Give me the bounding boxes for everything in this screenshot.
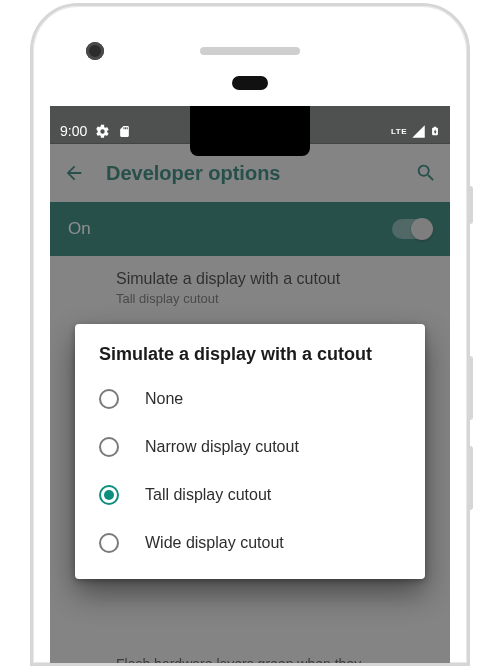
radio-icon bbox=[99, 533, 119, 553]
dialog-title: Simulate a display with a cutout bbox=[83, 344, 417, 375]
dialog-option-none[interactable]: None bbox=[83, 375, 417, 423]
lte-label: LTE bbox=[391, 127, 407, 136]
battery-icon bbox=[430, 123, 440, 139]
option-label: Narrow display cutout bbox=[145, 438, 299, 456]
status-clock: 9:00 bbox=[60, 123, 87, 139]
sd-card-icon bbox=[118, 124, 131, 139]
front-camera bbox=[86, 42, 104, 60]
simulate-cutout-dialog: Simulate a display with a cutout None Na… bbox=[75, 324, 425, 579]
phone-side-button bbox=[467, 186, 473, 224]
phone-frame: 9:00 LTE bbox=[30, 3, 470, 666]
radio-icon bbox=[99, 437, 119, 457]
phone-side-button bbox=[467, 446, 473, 510]
dialog-option-tall[interactable]: Tall display cutout bbox=[83, 471, 417, 519]
settings-icon bbox=[95, 124, 110, 139]
phone-side-button bbox=[467, 356, 473, 420]
earpiece-speaker bbox=[200, 47, 300, 55]
option-label: None bbox=[145, 390, 183, 408]
dialog-option-narrow[interactable]: Narrow display cutout bbox=[83, 423, 417, 471]
display-cutout-notch bbox=[190, 106, 310, 156]
screen: 9:00 LTE bbox=[50, 106, 450, 663]
signal-icon bbox=[411, 124, 426, 139]
option-label: Wide display cutout bbox=[145, 534, 284, 552]
radio-icon bbox=[99, 485, 119, 505]
proximity-sensor bbox=[232, 76, 268, 90]
radio-icon bbox=[99, 389, 119, 409]
option-label: Tall display cutout bbox=[145, 486, 271, 504]
dialog-option-wide[interactable]: Wide display cutout bbox=[83, 519, 417, 567]
